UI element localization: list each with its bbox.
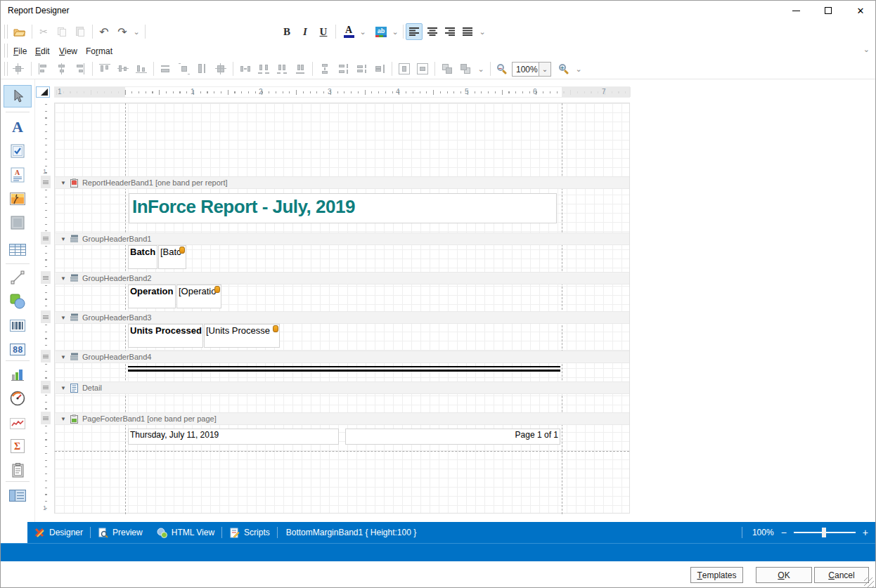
highlight-color-button[interactable]: ab (372, 23, 390, 40)
font-color-dropdown[interactable]: ⌄ (358, 23, 368, 40)
tool-panel[interactable] (4, 211, 32, 234)
batch-field-label[interactable]: [Batc (158, 245, 186, 269)
align-left-button[interactable] (406, 23, 423, 40)
align-rights-button[interactable] (71, 60, 89, 77)
toolbar-grip[interactable] (4, 62, 8, 76)
increase-horizontal-spacing-button[interactable] (255, 60, 273, 77)
center-horizontally-button[interactable] (395, 60, 413, 77)
band-resize-handle[interactable] (41, 176, 51, 188)
separator-line-control[interactable] (128, 366, 560, 372)
collapse-band-icon[interactable]: ▼ (60, 315, 66, 321)
redo-button[interactable]: ↷ (113, 23, 131, 40)
units-processed-caption-label[interactable]: Units Processed (128, 324, 203, 348)
tool-shape[interactable] (4, 290, 32, 313)
tool-table[interactable] (4, 238, 32, 261)
tool-zip-code[interactable]: 88 (4, 338, 32, 360)
operation-field-label[interactable]: [Operatio (176, 285, 221, 308)
bold-button[interactable]: B (279, 23, 295, 40)
decrease-horizontal-spacing-button[interactable] (273, 60, 291, 77)
undo-dropdown-button[interactable]: ⌄ (131, 23, 141, 40)
band-header-group1[interactable]: ▼ GroupHeaderBand1 (55, 233, 629, 245)
tool-summary[interactable]: Σ (4, 435, 32, 457)
band-resize-handle[interactable] (41, 350, 51, 362)
same-width-button[interactable] (157, 60, 175, 77)
tool-rich-text[interactable]: A (4, 164, 32, 186)
same-size-button[interactable] (212, 60, 230, 77)
align-lefts-button[interactable] (34, 60, 53, 77)
tool-subreport[interactable] (4, 484, 32, 507)
align-right-button[interactable] (442, 23, 458, 40)
tool-pointer[interactable] (4, 85, 32, 107)
underline-button[interactable]: U (316, 23, 331, 40)
snap-to-grid-button[interactable] (9, 60, 27, 77)
tool-sparkline[interactable] (4, 412, 32, 435)
menu-format[interactable]: Format (84, 45, 115, 57)
zoom-slider-thumb[interactable] (822, 528, 826, 537)
align-middles-button[interactable] (114, 60, 132, 77)
collapse-band-icon[interactable]: ▼ (60, 354, 66, 360)
align-bottoms-button[interactable] (132, 60, 150, 77)
batch-caption-label[interactable]: Batch (128, 245, 157, 269)
minimize-button[interactable] (780, 1, 812, 20)
tool-line[interactable] (4, 266, 32, 289)
units-processed-field-label[interactable]: [Units Processe (204, 324, 280, 348)
equal-horizontal-spacing-button[interactable] (236, 60, 255, 77)
menubar-grip[interactable] (4, 44, 8, 58)
band-resize-handle[interactable] (41, 311, 51, 323)
toolbar-grip[interactable] (4, 25, 8, 39)
band-header-page-footer[interactable]: ▼ PageFooterBand1 [one band per page] (55, 412, 629, 425)
tool-barcode[interactable] (4, 314, 32, 337)
highlight-color-dropdown[interactable]: ⌄ (390, 23, 400, 40)
tab-preview[interactable]: Preview (91, 522, 150, 543)
decrease-vertical-spacing-button[interactable] (352, 60, 371, 77)
ruler-corner-button[interactable] (36, 86, 50, 98)
cancel-button[interactable]: Cancel (814, 567, 869, 583)
paste-button[interactable] (71, 23, 89, 40)
band-header-group2[interactable]: ▼ GroupHeaderBand2 (55, 272, 629, 285)
send-to-back-button[interactable] (456, 60, 475, 77)
toolbar-overflow-chevron[interactable]: ⌄ (863, 46, 870, 53)
menu-view[interactable]: View (57, 45, 79, 57)
horizontal-ruler[interactable]: 1 1 2 3 4 5 6 7 (54, 86, 630, 98)
zoom-out-button[interactable]: – (494, 60, 510, 77)
collapse-band-icon[interactable]: ▼ (60, 385, 66, 391)
alignment-dropdown[interactable]: ⌄ (477, 23, 487, 40)
tab-scripts[interactable]: Scripts (222, 522, 277, 543)
zoom-dropdown[interactable]: ⌄ (574, 60, 584, 77)
justify-button[interactable] (459, 23, 476, 40)
zoom-slider[interactable] (794, 532, 856, 533)
zoom-in-control[interactable]: + (863, 527, 868, 538)
collapse-band-icon[interactable]: ▼ (60, 236, 66, 242)
cut-button[interactable]: ✂ (34, 23, 53, 40)
tool-page-info[interactable] (4, 459, 32, 481)
equal-vertical-spacing-button[interactable] (316, 60, 334, 77)
band-header-group4[interactable]: ▼ GroupHeaderBand4 (55, 351, 629, 363)
tool-chart[interactable] (4, 363, 32, 386)
center-vertically-button[interactable] (413, 60, 432, 77)
font-color-button[interactable]: A (340, 23, 358, 40)
remove-vertical-spacing-button[interactable] (371, 60, 389, 77)
templates-button[interactable]: Templates (690, 567, 743, 583)
maximize-button[interactable] (812, 1, 844, 20)
band-header-report-header[interactable]: ▼ ReportHeaderBand1 [one band per report… (55, 176, 629, 189)
zoom-level-combo[interactable]: 100% ⌄ (512, 62, 551, 77)
collapse-band-icon[interactable]: ▼ (60, 275, 66, 282)
footer-date-label[interactable]: Thursday, July 11, 2019 (128, 429, 339, 445)
same-height-button[interactable] (193, 60, 212, 77)
resize-grip[interactable] (864, 577, 874, 587)
menu-file[interactable]: File (11, 45, 29, 57)
design-surface[interactable]: ▼ ReportHeaderBand1 [one band per report… (54, 103, 630, 514)
band-header-group3[interactable]: ▼ GroupHeaderBand3 (55, 311, 629, 324)
zoom-in-button[interactable]: + (555, 60, 572, 77)
tool-label[interactable]: A (4, 116, 32, 138)
copy-button[interactable] (53, 23, 71, 40)
increase-vertical-spacing-button[interactable] (334, 60, 352, 77)
footer-page-info-label[interactable]: Page 1 of 1 (345, 429, 560, 445)
collapse-band-icon[interactable]: ▼ (60, 180, 66, 186)
open-button[interactable] (10, 23, 28, 40)
align-tops-button[interactable] (96, 60, 114, 77)
band-header-detail[interactable]: ▼ Detail (55, 381, 629, 394)
remove-horizontal-spacing-button[interactable] (291, 60, 309, 77)
bring-to-front-button[interactable] (438, 60, 456, 77)
ok-button[interactable]: OK (756, 567, 812, 583)
